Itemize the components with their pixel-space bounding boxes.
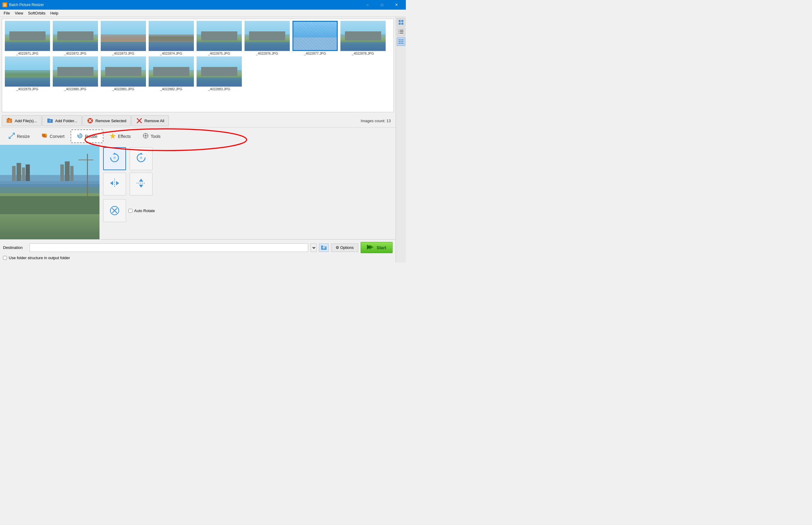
tab-rotate[interactable]: Rotate (71, 130, 104, 143)
remove-selected-button[interactable]: Remove Selected (82, 115, 131, 126)
thumbnail-2[interactable] (53, 21, 98, 51)
list-item[interactable]: _4022879.JPG (4, 57, 51, 91)
svg-rect-63 (399, 41, 400, 42)
list-item[interactable]: _4022872.JPG (52, 21, 98, 55)
thumbnail-7[interactable] (293, 21, 338, 51)
thumbnail-1[interactable] (5, 21, 50, 51)
gear-icon: ⚙ (335, 245, 339, 250)
list-item[interactable]: _4022878.JPG (340, 21, 386, 55)
app-icon: 🖼 (2, 2, 7, 7)
thumbnail-9[interactable] (5, 57, 50, 87)
sidebar-list-view-button[interactable] (397, 28, 405, 36)
list-item[interactable]: _4022881.JPG (100, 57, 146, 91)
flip-vertical-button[interactable] (130, 172, 153, 196)
svg-rect-66 (399, 43, 400, 44)
image-label-6: _4022876.JPG (256, 51, 278, 55)
preview-pane (0, 145, 99, 239)
menu-softorbits[interactable]: SoftOrbits (26, 10, 48, 17)
tab-convert[interactable]: Convert (36, 130, 70, 142)
left-panel: _4022871.JPG _4022872.JPG _4022873.JPG (0, 17, 395, 262)
remove-all-icon (136, 117, 143, 124)
use-folder-structure-checkbox[interactable] (3, 256, 7, 260)
svg-point-37 (113, 156, 116, 159)
svg-rect-51 (401, 20, 403, 22)
add-files-button[interactable]: + Add File(s)... (2, 115, 42, 126)
list-item[interactable]: _4022873.JPG (100, 21, 146, 55)
image-gallery[interactable]: _4022871.JPG _4022872.JPG _4022873.JPG (2, 19, 394, 112)
preview-image (0, 145, 99, 239)
svg-rect-64 (401, 41, 402, 42)
menu-file[interactable]: File (1, 10, 12, 17)
tab-rotate-label: Rotate (85, 134, 97, 139)
thumbnail-11[interactable] (101, 57, 146, 87)
toolbar: + Add File(s)... + Add Folder... (0, 114, 395, 127)
tab-effects[interactable]: Effects (104, 130, 136, 142)
image-label-11: _4022881.JPG (112, 87, 134, 91)
tab-tools[interactable]: Tools (137, 130, 166, 142)
tools-icon (142, 133, 149, 140)
tab-resize[interactable]: Resize (3, 130, 35, 142)
image-label-4: _4022874.JPG (160, 51, 182, 55)
thumbnail-8[interactable] (340, 21, 386, 51)
cancel-rotate-button[interactable] (103, 199, 126, 222)
image-label-3: _4022873.JPG (112, 51, 134, 55)
thumbnail-10[interactable] (53, 57, 98, 87)
svg-rect-62 (402, 39, 403, 41)
svg-text:+: + (49, 119, 51, 122)
destination-label: Destination (3, 245, 27, 250)
rotate-cw-button[interactable] (103, 147, 126, 170)
list-item[interactable]: _4022882.JPG (148, 57, 194, 91)
close-button[interactable]: ✕ (390, 0, 403, 10)
image-label-5: _4022875.JPG (208, 51, 230, 55)
list-item[interactable]: _4022875.JPG (196, 21, 243, 55)
auto-rotate-label: Auto Rotate (134, 209, 155, 213)
thumbnail-5[interactable] (197, 21, 242, 51)
thumbnail-12[interactable] (149, 57, 194, 87)
sidebar-thumbnail-view-button[interactable] (397, 18, 405, 27)
menu-bar: File View SoftOrbits Help (0, 10, 406, 17)
svg-rect-50 (399, 20, 401, 22)
add-folder-button[interactable]: + Add Folder... (42, 115, 82, 126)
destination-dropdown[interactable] (311, 243, 317, 252)
list-item[interactable]: _4022880.JPG (52, 57, 98, 91)
menu-view[interactable]: View (12, 10, 26, 17)
rotate-pane: Auto Rotate (99, 145, 395, 239)
destination-input[interactable] (30, 243, 308, 252)
folder-structure-row: Use folder structure in output folder (3, 256, 393, 260)
list-item[interactable]: _4022877.JPG (292, 21, 338, 55)
image-label-7: _4022877.JPG (304, 51, 326, 55)
rotate-ccw-button[interactable] (130, 147, 153, 170)
thumbnail-13[interactable] (197, 57, 242, 87)
thumbnail-6[interactable] (245, 21, 290, 51)
list-item[interactable]: _4022883.JPG (196, 57, 243, 91)
image-label-13: _4022883.JPG (208, 87, 230, 91)
maximize-button[interactable]: □ (375, 0, 389, 10)
list-item[interactable]: _4022876.JPG (244, 21, 291, 55)
svg-marker-49 (369, 245, 374, 250)
browse-destination-button[interactable] (319, 243, 329, 252)
svg-rect-26 (12, 166, 16, 181)
list-item[interactable]: _4022874.JPG (148, 21, 194, 55)
flip-horizontal-button[interactable] (103, 172, 126, 196)
thumbnail-4[interactable] (149, 21, 194, 51)
tab-effects-label: Effects (118, 134, 131, 139)
menu-help[interactable]: Help (48, 10, 61, 17)
start-button[interactable]: Start (361, 242, 393, 253)
list-item[interactable]: _4022871.JPG (4, 21, 51, 55)
auto-rotate-checkbox-row: Auto Rotate (128, 209, 155, 213)
auto-rotate-checkbox[interactable] (128, 209, 132, 213)
thumbnail-3[interactable] (101, 21, 146, 51)
svg-rect-33 (0, 184, 99, 193)
sidebar-grid-view-button[interactable] (397, 38, 405, 46)
svg-rect-32 (70, 166, 74, 181)
options-button[interactable]: ⚙ Options (331, 243, 358, 252)
svg-rect-1 (8, 118, 10, 119)
options-label: Options (340, 245, 354, 250)
svg-text:+: + (9, 120, 10, 123)
svg-rect-53 (401, 22, 403, 25)
minimize-button[interactable]: – (361, 0, 374, 10)
remove-all-button[interactable]: Remove All (131, 115, 169, 126)
svg-rect-67 (401, 43, 402, 44)
svg-rect-55 (400, 31, 403, 32)
image-label-2: _4022872.JPG (64, 51, 86, 55)
